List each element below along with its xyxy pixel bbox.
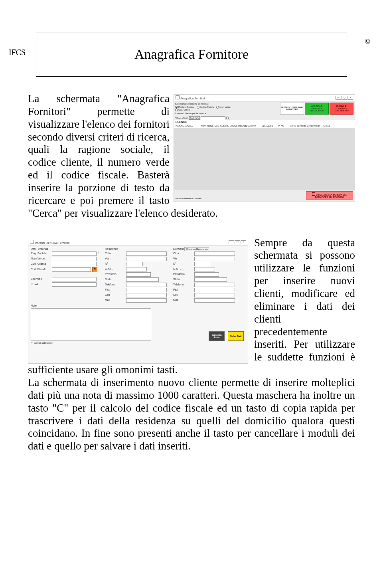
group-domicilio: DomicilioCopia da Residenza [173,247,243,251]
label-r-cell: Cell [105,293,125,297]
elenco-label: ELENCO : [174,120,355,125]
paragraph-2-full: La schermata di inserimento nuovo client… [28,376,355,453]
label-d-citta: Città [173,252,193,255]
input-d-mail[interactable] [194,298,235,303]
label-d-mail: Mail [173,299,193,302]
page-number: - 17 - [0,586,383,588]
label-d-n: N° [173,262,193,265]
label-d-prov: Provincia [173,273,193,276]
input-r-mail[interactable] [126,298,167,303]
input-num-verde[interactable] [52,257,97,261]
elimina-fornitore-button[interactable]: ELIMINA IL FORNITORE SELEZIONATO [330,103,353,115]
salva-dati-button[interactable]: Salva Dati [228,331,244,341]
label-r-tel: Telefono [105,283,125,286]
copia-residenza-button[interactable]: Copia da Residenza [184,247,209,251]
search-icon[interactable] [226,117,229,120]
column-headers: RAGIONE SOCIALE NUM. VERDE COD. CLIENTE … [174,124,355,129]
radio-codice-fiscale[interactable]: Codice Fiscale [197,106,214,109]
label-d-stato: Stato [173,278,193,281]
cerca-button[interactable]: CERCA [189,116,200,120]
input-r-via[interactable] [126,257,167,261]
group-dati-personali: Dati Personali [31,247,103,251]
input-r-prov[interactable] [126,272,151,277]
input-r-tel[interactable] [126,283,167,287]
screenshot-inserisci-fornitore: Inserisci un Nuovo Fornitore —▢✕ Dati Pe… [28,239,248,364]
window-control-icons[interactable]: —▢✕ [335,96,353,100]
label-num-verde: Num Verde [31,257,51,260]
search-text-label: Inserisci il testo per la ricerca : [175,112,279,115]
input-rag-sociale[interactable] [52,251,97,256]
mostra-tutti-label: "Mostra Tutti" [175,117,188,119]
note-textarea[interactable] [31,308,151,341]
label-r-mail: Mail [105,299,125,302]
radio-num-verde[interactable]: Num Verde [216,106,231,109]
group-residenza: Residenza [105,247,171,251]
page-title: Anagrafica Fornitore [36,32,347,77]
empty-message: Nessun elemento trovato [176,197,202,200]
visualizza-scheda-button[interactable]: VISUALIZZA LA SCHEDA DEL FORNIOTRE SELEZ… [306,191,353,200]
label-piva: P. IVA [31,283,51,286]
input-sito-web[interactable] [52,277,97,281]
label-sito-web: Sito Web [31,277,51,281]
input-d-stato[interactable] [194,277,227,282]
label-d-cap: C.A.P. [173,267,193,271]
search-criteria-label: Selezionare il criterio di ricerca : [175,103,279,105]
copyright-mark: © [365,38,370,46]
required-note: (*) Campi obbligatori [28,341,248,345]
input-d-citta[interactable] [194,251,235,256]
label-cod-cliente: Cod. Cliente [31,262,51,265]
input-cod-cliente[interactable] [52,262,97,266]
data-grid[interactable] [174,129,355,190]
radio-cod-cliente[interactable]: Cod. Cliente [175,109,190,111]
window-control-icons-2[interactable]: —▢✕ [228,240,246,244]
cancella-tutto-button[interactable]: Cancella Tutto [209,331,225,341]
input-r-n[interactable] [126,262,143,266]
input-d-cap[interactable] [194,267,215,271]
input-cod-fiscale[interactable] [52,267,91,272]
input-d-cell[interactable] [194,293,235,297]
input-d-tel[interactable] [194,283,235,287]
label-r-via: Via [105,257,125,260]
input-r-stato[interactable] [126,277,159,282]
input-d-via[interactable] [194,257,235,261]
input-r-fax[interactable] [126,288,167,292]
window-title-2: Inserisci un Nuovo Fornitore [30,240,70,245]
modifica-fornitore-button[interactable]: MODIFICA IL FORNITORE SELEZIONATO [305,103,329,115]
label-r-citta: Città [105,252,125,255]
note-label: Note [31,304,151,307]
label-r-stato: Stato [105,278,125,281]
input-r-citta[interactable] [126,251,167,256]
window-title: Anagrafica Fornitori [176,95,205,100]
label-d-fax: Fax [173,288,193,291]
search-input[interactable] [201,116,225,120]
radio-ragione-sociale[interactable]: Ragione Sociale [175,106,194,109]
calc-codfiscale-button[interactable]: C [92,267,97,272]
input-r-cell[interactable] [126,293,167,297]
label-r-fax: Fax [105,288,125,291]
label-d-tel: Telefono [173,283,193,286]
label-r-prov: Provincia [105,273,125,276]
label-r-n: N° [105,262,125,265]
inserisci-fornitore-button[interactable]: INSERISCI UN NUOVO FORNITORE [280,103,304,115]
input-d-fax[interactable] [194,288,235,292]
input-piva[interactable] [52,282,97,287]
label-rag-sociale: Rag. Sociale [31,252,51,255]
label-r-cap: C.A.P. [105,267,125,271]
label-d-cell: Cell [173,293,193,297]
label-d-via: Via [173,257,193,260]
screenshot-anagrafica-fornitori: Anagrafica Fornitori —▢✕ Selezionare il … [174,94,355,202]
input-d-prov[interactable] [194,272,219,277]
header-ifcs: IFCS [9,48,26,57]
input-d-n[interactable] [194,262,211,266]
input-r-cap[interactable] [126,267,147,271]
label-cod-fiscale: Cod. Fiscale [31,268,51,271]
